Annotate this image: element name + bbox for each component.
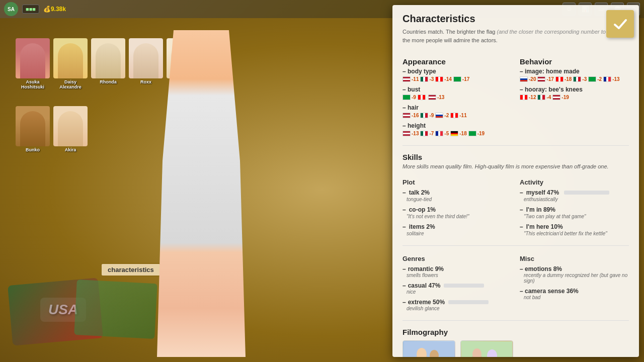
image-label: image: home made: [520, 68, 629, 75]
skill-imhere: I'm here 10% "This electrician'd better …: [520, 223, 629, 236]
portrait-rhonda[interactable]: Rhonda: [91, 38, 126, 89]
portraits-strip-2: Bunko Akira: [15, 106, 88, 152]
portrait-daisy[interactable]: DaisyAlexandre: [53, 38, 88, 89]
genre-extreme-desc: devilish glance: [407, 306, 512, 311]
activity-col: Activity myself 47% enthusiastically I'm…: [520, 174, 629, 240]
misc-header: Misc: [520, 255, 629, 262]
behavior-header: Behavior: [520, 57, 629, 66]
flag-mex-height: -7: [420, 131, 434, 136]
svg-rect-0: [404, 341, 454, 357]
bust-attr: bust -9 -13: [403, 86, 512, 100]
genre-romantic-desc: smells flowers: [407, 273, 512, 278]
body-type-flags: -11 -3 -14 -17: [403, 76, 512, 82]
ger-flag-height: [450, 131, 458, 136]
skill-talk: talk 2% tongue-tied: [403, 189, 512, 202]
film-thumb-1: [403, 341, 455, 357]
portrait-daisy-label: DaisyAlexandre: [59, 79, 82, 89]
flag-usa-body: -11: [403, 76, 419, 82]
skill-imin-name: I'm in 89%: [520, 206, 629, 213]
portrait-bunko[interactable]: Bunko: [15, 106, 50, 152]
filmography-row: Private Private #1 Duck factory #2: [403, 340, 629, 357]
usa-flag: [403, 76, 411, 82]
genre-casual-desc: nice: [407, 289, 512, 295]
can-flag-hair: [450, 113, 458, 118]
flag-can-body: -14: [435, 76, 451, 82]
skills-header: Skills: [403, 153, 629, 161]
hair-label: hair: [403, 104, 512, 111]
hair-flags: -16 -9 -2 -11: [403, 113, 512, 118]
hair-attr: hair -16 -9 -2 -11: [403, 104, 512, 118]
portrait-asuka[interactable]: AsukaHoshitsuki: [15, 38, 50, 89]
filmography-header: Filmography: [403, 328, 629, 336]
panel-title: Characteristics: [403, 13, 629, 25]
skill-items-name: items 2%: [403, 223, 512, 230]
skill-talk-name: talk 2%: [403, 189, 512, 196]
usa-flag-img: [537, 76, 545, 82]
height-flags: -13 -7 -5 -18 -19: [403, 131, 512, 136]
usa-flag-height: [403, 131, 411, 136]
skill-imin-desc: "Two can play at that game": [524, 214, 629, 219]
activity-header: Activity: [520, 178, 629, 186]
characteristics-section: Appearance body type -11 -3 -14 -17 bust…: [403, 50, 629, 140]
genre-extreme: extreme 50% devilish glance: [403, 299, 512, 311]
skill-coop-name: co-op 1%: [403, 206, 512, 213]
bust-label: bust: [403, 86, 512, 93]
flag-can-image: -18: [555, 76, 572, 82]
mex-flag-hair: [420, 113, 428, 118]
film-private-private[interactable]: Private Private #1: [403, 340, 455, 357]
rus-flag-hair: [435, 113, 443, 118]
divider-1: [403, 145, 629, 146]
genres-header: Genres: [403, 255, 512, 262]
flag-rus-hair: -2: [435, 113, 449, 118]
flag-usa-bust: -13: [428, 95, 444, 100]
skill-coop-desc: "It's not even the third date!": [407, 214, 512, 219]
portrait-akira[interactable]: Akira: [53, 106, 88, 152]
hooray-attr: hooray: bee's knees -12 -4 -19: [520, 86, 629, 100]
skill-coop: co-op 1% "It's not even the third date!": [403, 206, 512, 219]
misc-emotions-name: emotions 8%: [520, 265, 629, 273]
image-flags: -20 -17 -18 -3 -2 -13: [520, 76, 629, 82]
flag-mex-body: -3: [420, 76, 434, 82]
flag-can-bust: [418, 95, 427, 100]
film-duck-factory[interactable]: Duck factory #2: [460, 340, 513, 357]
flag-bra-bust: -9: [403, 95, 416, 100]
mex-flag-img: [573, 76, 581, 82]
genre-casual-name: casual 47%: [403, 282, 512, 289]
misc-emotions-desc: recently a dummy recognized her (but gav…: [524, 273, 629, 284]
flag-can-hooray: -12: [520, 95, 536, 100]
body-type-label: body type: [403, 68, 512, 75]
flag-rus-image: -20: [520, 76, 536, 82]
flag-bra-image: -2: [588, 76, 602, 82]
characteristics-panel: Characteristics Countries match. The bri…: [392, 5, 639, 357]
bra-flag-bust: [403, 95, 411, 100]
flag-fra-height: -5: [435, 131, 449, 136]
misc-col: Misc emotions 8% recently a dummy recogn…: [520, 251, 629, 315]
appearance-header: Appearance: [403, 57, 512, 66]
skill-imhere-name: I'm here 10%: [520, 223, 629, 230]
mex-flag-hy: [537, 95, 545, 100]
svg-rect-6: [462, 341, 512, 357]
casual-bar-wrap: [444, 284, 484, 288]
portrait-akira-label: Akira: [65, 147, 76, 152]
genre-romantic: romantic 9% smells flowers: [403, 265, 512, 278]
flag-fra-image: -13: [603, 76, 619, 82]
bust-flags: -9 -13: [403, 95, 512, 100]
genre-casual: casual 47% nice: [403, 282, 512, 295]
flag-usa-image: -17: [537, 76, 553, 82]
plot-col: Plot talk 2% tongue-tied co-op 1% "It's …: [403, 174, 512, 240]
portrait-bunko-label: Bunko: [26, 147, 40, 152]
bra-flag-img: [588, 76, 596, 82]
mex-flag: [420, 76, 428, 82]
confirm-button[interactable]: [606, 10, 634, 38]
flag-mex-hooray: -4: [537, 95, 551, 100]
skills-note: More skills mean quality film. High-qual…: [403, 163, 629, 169]
misc-camera: camera sense 36% not bad: [520, 288, 629, 300]
hooray-flags: -12 -4 -19: [520, 95, 629, 100]
flag-usa-hair: -16: [403, 113, 419, 118]
genres-col: Genres romantic 9% smells flowers casual…: [403, 251, 512, 315]
usa-flag-bust: [428, 95, 436, 100]
health-stat: ■■■: [22, 5, 39, 14]
flag-bra-body: -17: [453, 76, 469, 82]
mex-flag-height: [420, 131, 428, 136]
flag-can-hair: -11: [450, 113, 466, 118]
